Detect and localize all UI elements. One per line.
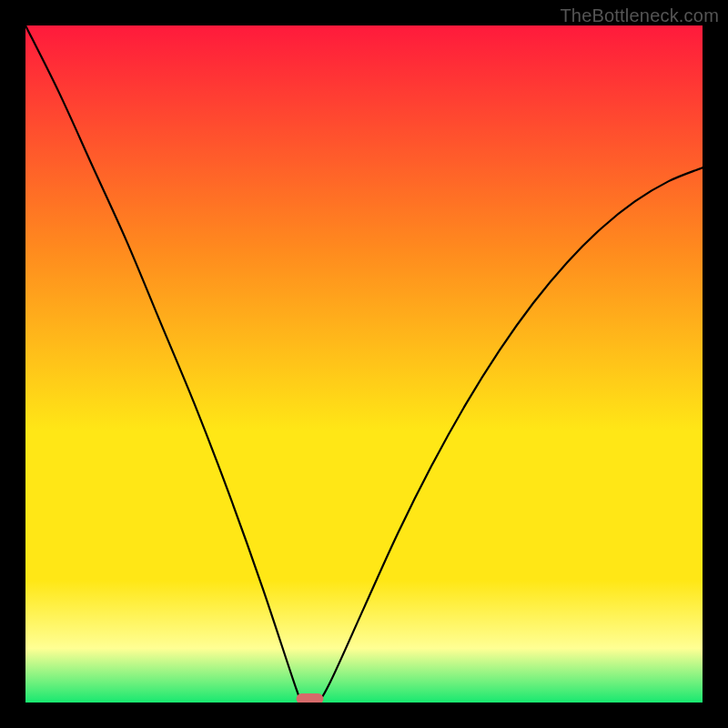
plot-area — [25, 25, 703, 703]
chart-frame: TheBottleneck.com — [0, 0, 728, 728]
chart-svg — [25, 25, 703, 703]
chart-background — [25, 25, 703, 703]
minimum-marker — [297, 693, 324, 703]
watermark-text: TheBottleneck.com — [560, 5, 719, 26]
